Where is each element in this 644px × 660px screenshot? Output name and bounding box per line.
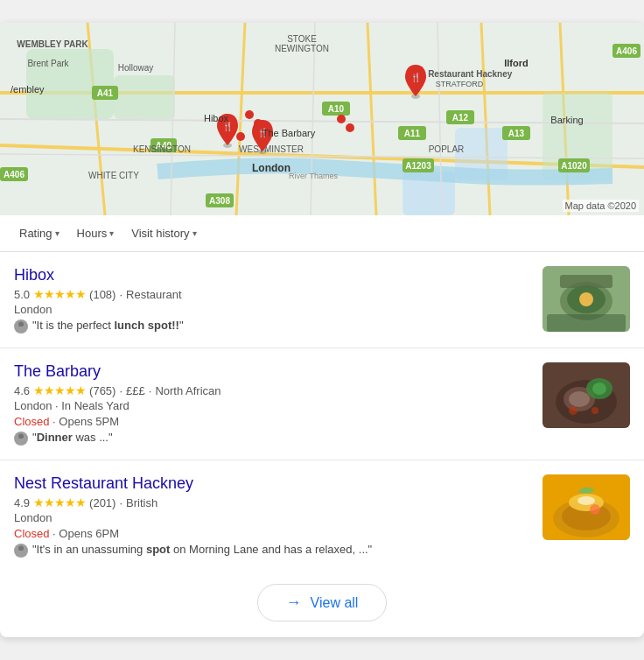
map-container: A41 A40 A10 A11 A12 A13 A406 A406 A308 A… [0,23,644,215]
nest-info: Nest Restaurant Hackney 4.9 ★★★★★ (201) … [14,474,532,558]
svg-point-90 [578,496,595,505]
restaurant-item-nest: Nest Restaurant Hackney 4.9 ★★★★★ (201) … [0,460,644,572]
rating-filter-label: Rating [19,227,52,240]
map-credit: Map data ©2020 [563,200,640,212]
svg-text:WEMBLEY PARK: WEMBLEY PARK [17,39,88,49]
svg-text:Holloway: Holloway [118,63,154,73]
nest-stars-row: 4.9 ★★★★★ (201) · British [14,495,532,509]
barbary-name[interactable]: The Barbary [14,362,532,381]
barbary-location: London · In Neals Yard [14,399,532,412]
rating-filter[interactable]: Rating ▾ [14,224,65,242]
barbary-sep2: · [149,384,152,397]
svg-rect-75 [547,314,626,332]
view-all-label: View all [311,595,359,611]
nest-status: Closed [14,527,49,540]
filter-bar: Rating ▾ Hours ▾ Visit history ▾ [0,215,644,252]
barbary-sep1: · [119,384,122,397]
svg-text:/embley: /embley [10,84,45,95]
svg-point-85 [18,546,24,551]
svg-text:A41: A41 [97,88,114,98]
hours-filter-label: Hours [77,227,108,240]
barbary-rating: 4.6 [14,384,30,397]
svg-text:A12: A12 [452,113,469,123]
svg-point-63 [254,119,262,128]
rating-chevron-icon: ▾ [55,228,60,238]
barbary-stars-icon: ★★★★★ [33,383,86,397]
svg-text:POPLAR: POPLAR [429,144,465,154]
nest-opens: Opens 6PM [59,527,119,540]
nest-image[interactable] [542,474,630,540]
barbary-price: £££ [126,384,145,397]
svg-text:WHITE CITY: WHITE CITY [88,171,139,180]
svg-point-82 [592,383,606,395]
view-all-row: → View all [0,572,644,637]
barbary-review-count: (765) [89,384,116,397]
svg-text:A13: A13 [508,129,525,138]
barbary-image[interactable] [542,362,630,428]
restaurant-list: Hibox 5.0 ★★★★★ (108) · Restaurant Londo… [0,252,644,572]
nest-location: London [14,511,532,524]
view-all-arrow-icon: → [286,593,302,612]
svg-text:STRATFORD: STRATFORD [436,80,484,88]
svg-rect-74 [560,275,612,288]
barbary-subloc: In Neals Yard [61,399,130,412]
svg-text:A10: A10 [328,104,345,114]
barbary-info: The Barbary 4.6 ★★★★★ (765) · £££ · Nort… [14,362,532,446]
nest-status-row: Closed · Opens 6PM [14,527,532,540]
barbary-opens: Opens 5PM [59,415,119,428]
svg-text:STOKE: STOKE [287,34,317,44]
svg-text:NEWINGTON: NEWINGTON [275,44,329,53]
svg-point-73 [579,292,593,306]
barbary-status-row: Closed · Opens 5PM [14,415,532,428]
svg-text:🍴: 🍴 [410,72,422,83]
hibox-name[interactable]: Hibox [14,266,532,284]
barbary-review-row: "Dinner was ..." [14,431,532,446]
visit-history-filter-label: Visit history [131,227,189,240]
svg-text:Ilford: Ilford [504,58,528,68]
hibox-type: Restaurant [126,288,182,301]
nest-user-icon [14,544,28,558]
svg-point-65 [337,115,346,123]
svg-point-69 [18,322,24,327]
barbary-review-text: "Dinner was ..." [32,431,113,444]
svg-point-62 [245,110,254,119]
barbary-status: Closed [14,415,49,428]
nest-stars-icon: ★★★★★ [33,495,86,509]
hibox-stars-icon: ★★★★★ [33,287,86,301]
barbary-city: London [14,399,52,412]
hours-filter[interactable]: Hours ▾ [72,224,120,242]
restaurant-item-hibox: Hibox 5.0 ★★★★★ (108) · Restaurant Londo… [0,252,644,348]
nest-name[interactable]: Nest Restaurant Hackney [14,474,532,493]
svg-point-91 [590,504,600,515]
svg-point-64 [236,132,245,141]
hibox-user-icon [14,319,28,334]
hibox-stars-row: 5.0 ★★★★★ (108) · Restaurant [14,287,532,301]
hibox-info: Hibox 5.0 ★★★★★ (108) · Restaurant Londo… [14,266,532,334]
svg-text:The Barbary: The Barbary [262,128,316,138]
svg-point-66 [346,123,354,132]
hibox-location: London [14,303,532,316]
hibox-rating: 5.0 [14,288,30,301]
svg-text:KENSINGTON: KENSINGTON [133,144,191,154]
nest-review-row: "It's in an unassuming spot on Morning L… [14,543,532,558]
hibox-review-count: (108) [89,288,116,301]
svg-text:A406: A406 [616,46,637,56]
svg-point-84 [592,407,598,414]
svg-text:A11: A11 [404,129,421,138]
nest-review-count: (201) [89,496,116,509]
main-card: A41 A40 A10 A11 A12 A13 A406 A406 A308 A… [0,23,644,637]
svg-text:River Thames: River Thames [289,172,338,180]
restaurant-item-barbary: The Barbary 4.6 ★★★★★ (765) · £££ · Nort… [0,348,644,460]
svg-text:Brent Park: Brent Park [27,59,69,68]
svg-point-83 [569,406,578,415]
hibox-image[interactable] [542,266,630,332]
barbary-stars-row: 4.6 ★★★★★ (765) · £££ · North African [14,383,532,397]
hours-chevron-icon: ▾ [109,228,114,238]
svg-rect-9 [114,75,175,119]
visit-history-filter[interactable]: Visit history ▾ [126,224,201,242]
svg-text:WESTMINSTER: WESTMINSTER [239,144,304,154]
hibox-separator: · [119,288,122,301]
svg-text:A406: A406 [4,170,24,179]
hibox-review-text: "It is the perfect lunch spot!!" [32,319,184,332]
view-all-button[interactable]: → View all [257,584,388,621]
